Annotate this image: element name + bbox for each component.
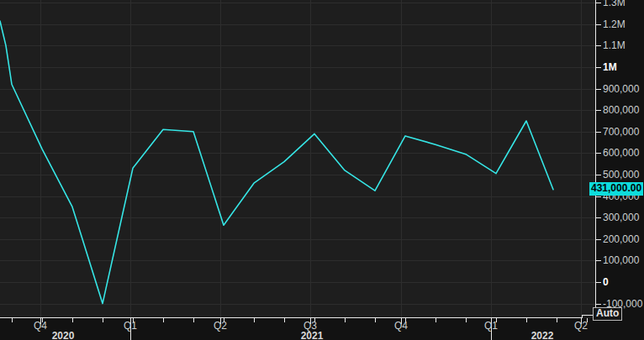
y-axis-label: 1M: [603, 62, 617, 72]
x-axis-quarter-label: Q4: [34, 321, 47, 331]
y-axis-label: 300,000: [603, 212, 639, 222]
x-axis-quarter-label: Q1: [124, 321, 137, 331]
chart-plot-canvas[interactable]: [0, 0, 644, 340]
x-axis-quarter-label: Q4: [394, 321, 408, 331]
y-axis-label: 900,000: [603, 84, 639, 94]
x-axis-year-label: 2021: [301, 331, 324, 340]
chart-window: 1.3M1.2M1.1M1M900,000800,000700,000600,0…: [0, 0, 644, 340]
x-axis-quarter-label: Q1: [484, 321, 498, 331]
y-axis-label: 600,000: [603, 148, 639, 158]
y-axis-label: 0: [603, 277, 609, 287]
plot-background: [0, 0, 596, 318]
y-axis-label: 1.3M: [603, 0, 626, 8]
y-axis-label: 800,000: [603, 105, 639, 115]
y-axis-label: 100,000: [603, 255, 639, 265]
y-axis-label: 1.2M: [603, 19, 626, 29]
x-axis-year-label: 2020: [52, 331, 75, 340]
x-axis-year-label: 2022: [531, 331, 554, 340]
x-axis-quarter-label: Q2: [574, 321, 588, 331]
y-axis-label: 500,000: [603, 170, 639, 180]
last-value-badge: 431,000.00: [589, 182, 643, 196]
auto-scale-button[interactable]: Auto: [593, 307, 622, 321]
y-axis-label: 200,000: [603, 234, 639, 244]
y-axis-label: 1.1M: [603, 40, 626, 50]
y-axis-label: 700,000: [603, 127, 639, 137]
x-axis-quarter-label: Q2: [214, 321, 227, 331]
